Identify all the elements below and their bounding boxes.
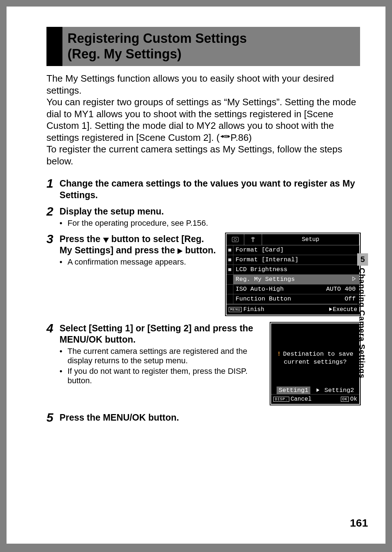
intro-p2a: You can register two groups of settings … [46, 97, 356, 143]
choice-setting1: Setting1 [277, 387, 311, 394]
manual-page: Registering Custom Settings (Reg. My Set… [7, 7, 385, 544]
lcd-confirm-dialog: !Destination to save current settings? S… [270, 323, 360, 405]
step-number: 1 [46, 177, 60, 189]
menu-badge: MENU [229, 307, 242, 312]
lcd-row-label: Function Button [233, 295, 344, 302]
step-4: 4 Select [Setting 1] or [Setting 2] and … [46, 323, 261, 386]
msg-line1: Destination to save [283, 351, 354, 357]
lcd-footer-cancel: Cancel [291, 396, 312, 402]
step-2-bullet: For the operating procedure, see P.156. [68, 218, 360, 228]
warning-icon: ! [277, 351, 281, 357]
lcd-row-label: Format [Card] [233, 246, 356, 253]
right-triangle-icon [177, 248, 183, 254]
lcd-row-label: Format [Internal] [233, 256, 356, 263]
step-2-head: Display the setup menu. [60, 206, 360, 217]
section-heading: Registering Custom Settings (Reg. My Set… [46, 27, 360, 66]
lcd-side-indicator [226, 245, 233, 255]
step-2: 2 Display the setup menu. • For the oper… [46, 206, 360, 228]
intro-p3: To register the current camera settings … [46, 144, 342, 167]
page-number: 161 [350, 517, 368, 529]
lcd-row-label: Reg. My Settings [233, 276, 352, 283]
step-1-head: Change the camera settings to the values… [60, 178, 360, 201]
lcd-choices: Setting1 Setting2 [271, 387, 359, 394]
side-block-icon [228, 249, 231, 252]
lcd-menu-row: Function ButtonOff [226, 294, 359, 304]
lcd-menu-row: Format [Card] [226, 245, 359, 255]
bullet-dot: • [60, 218, 68, 228]
chapter-number: 5 [357, 253, 368, 266]
step-3-head-c: button. [183, 245, 216, 255]
step-4-bullet1: The current camera settings are register… [68, 347, 261, 366]
right-triangle-icon [329, 307, 332, 311]
heading-line-2: (Reg. My Settings) [68, 46, 181, 61]
step-3-bullet: A confirmation message appears. [68, 257, 216, 267]
ok-badge: OK [341, 397, 349, 402]
lcd-menu-row: Reg. My Settings [226, 275, 359, 285]
lcd-side-indicator [226, 275, 233, 284]
lcd-row-value [352, 276, 357, 283]
step-number: 3 [46, 233, 60, 245]
bullet-dot: • [60, 347, 68, 366]
lcd-menu-row: ISO Auto-HighAUTO 400 [226, 285, 359, 294]
chapter-title: Changing Camera Settings [357, 268, 367, 379]
heading-line-1: Registering Custom Settings [68, 31, 247, 46]
reference-icon [220, 134, 230, 142]
bullet-dot: • [60, 257, 68, 267]
setup-tab-label: Setup [262, 234, 359, 245]
lcd-footer-finish: Finish [243, 306, 264, 313]
step-number: 5 [46, 411, 60, 424]
lcd-side-indicator [226, 294, 233, 304]
side-block-icon [228, 258, 231, 261]
lcd-footer-execute: Execute [333, 306, 357, 313]
lcd-footer-ok: Ok [350, 396, 357, 402]
heading-black-box [46, 27, 62, 66]
right-arrow-icon [352, 277, 356, 281]
lcd-menu-row: LCD Brightness [226, 265, 359, 275]
chapter-side-tab: 5 Changing Camera Settings [357, 253, 368, 379]
step-number: 4 [46, 322, 60, 334]
step-3-head: Press the button to select [Reg. My Sett… [60, 233, 216, 256]
lcd-row-value: AUTO 400 [326, 286, 357, 293]
tools-tab-icon [244, 234, 262, 245]
choice-setting2: Setting2 [324, 387, 354, 394]
down-triangle-icon [103, 238, 109, 243]
lcd-tabbar: Setup [226, 234, 359, 245]
lcd-side-indicator [226, 255, 233, 265]
step-number: 2 [46, 205, 60, 217]
lcd-menu-row: Format [Internal] [226, 255, 359, 265]
right-triangle-icon [317, 388, 319, 392]
lcd-row-value: Off [344, 295, 357, 302]
step-3-head-a: Press the [60, 234, 103, 244]
lcd-row-label: LCD Brightness [233, 266, 356, 273]
lcd-row-label: ISO Auto-High [233, 286, 326, 293]
disp-badge: DISP. [273, 397, 289, 402]
lcd-confirm-footer: DISP.Cancel OKOk [271, 394, 359, 404]
lcd-menu-footer: MENUFinish Execute [226, 304, 359, 315]
intro-p2b: ) [249, 132, 252, 143]
step-5-head: Press the MENU/OK button. [60, 412, 360, 423]
step-4-head: Select [Setting 1] or [Setting 2] and pr… [60, 323, 261, 345]
step-3-row: 3 Press the button to select [Reg. My Se… [46, 233, 360, 315]
side-block-icon [228, 268, 231, 271]
lcd-side-indicator [226, 265, 233, 274]
step-4-bullet2: If you do not want to register them, pre… [68, 367, 261, 386]
intro-p2-ref: P.86 [230, 132, 249, 143]
step-1: 1 Change the camera settings to the valu… [46, 178, 360, 201]
bullet-dot: • [60, 367, 68, 386]
lcd-side-indicator [226, 285, 233, 294]
camera-tab-icon [226, 234, 244, 245]
lcd-confirm-message: !Destination to save current settings? [271, 350, 359, 366]
msg-line2: current settings? [284, 359, 347, 365]
intro-p1: The My Settings function allows you to e… [46, 73, 334, 96]
lcd-menu-rows: Format [Card]Format [Internal]LCD Bright… [226, 245, 359, 304]
intro-text: The My Settings function allows you to e… [46, 73, 360, 167]
step-5: 5 Press the MENU/OK button. [46, 412, 360, 424]
step-3: 3 Press the button to select [Reg. My Se… [46, 233, 216, 267]
lcd-setup-menu: Setup Format [Card]Format [Internal]LCD … [226, 233, 360, 315]
step-4-row: 4 Select [Setting 1] or [Setting 2] and … [46, 323, 360, 405]
